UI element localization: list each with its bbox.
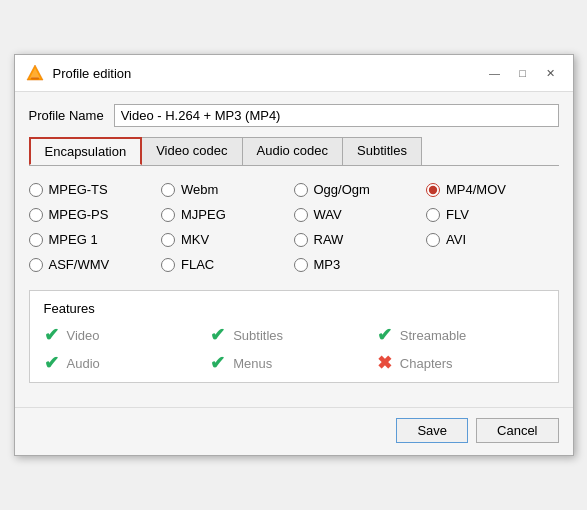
save-button[interactable]: Save bbox=[396, 418, 468, 443]
check-icon: ✔ bbox=[377, 326, 392, 344]
title-bar: Profile edition — □ ✕ bbox=[15, 55, 573, 92]
feature-menus: ✔ Menus bbox=[210, 354, 377, 372]
profile-name-input[interactable] bbox=[114, 104, 559, 127]
radio-flv[interactable]: FLV bbox=[426, 207, 559, 222]
radio-mpeg-ts[interactable]: MPEG-TS bbox=[29, 182, 162, 197]
check-icon: ✔ bbox=[210, 326, 225, 344]
check-icon: ✔ bbox=[210, 354, 225, 372]
tab-subtitles[interactable]: Subtitles bbox=[342, 137, 422, 165]
radio-avi[interactable]: AVI bbox=[426, 232, 559, 247]
features-box: Features ✔ Video ✔ Subtitles ✔ Streamabl… bbox=[29, 290, 559, 383]
feature-label-chapters: Chapters bbox=[400, 356, 453, 371]
features-title: Features bbox=[44, 301, 544, 316]
cross-icon: ✖ bbox=[377, 354, 392, 372]
vlc-icon bbox=[25, 63, 45, 83]
close-button[interactable]: ✕ bbox=[539, 63, 563, 83]
feature-video: ✔ Video bbox=[44, 326, 211, 344]
feature-audio: ✔ Audio bbox=[44, 354, 211, 372]
radio-ogg-ogm[interactable]: Ogg/Ogm bbox=[294, 182, 427, 197]
feature-label-subtitles: Subtitles bbox=[233, 328, 283, 343]
feature-subtitles: ✔ Subtitles bbox=[210, 326, 377, 344]
check-icon: ✔ bbox=[44, 326, 59, 344]
minimize-button[interactable]: — bbox=[483, 63, 507, 83]
tab-audio-codec[interactable]: Audio codec bbox=[242, 137, 344, 165]
radio-flac[interactable]: FLAC bbox=[161, 257, 294, 272]
dialog-window: Profile edition — □ ✕ Profile Name Encap… bbox=[14, 54, 574, 456]
radio-mp4-mov[interactable]: MP4/MOV bbox=[426, 182, 559, 197]
radio-webm[interactable]: Webm bbox=[161, 182, 294, 197]
radio-mp3[interactable]: MP3 bbox=[294, 257, 427, 272]
dialog-content: Profile Name Encapsulation Video codec A… bbox=[15, 92, 573, 395]
window-title: Profile edition bbox=[53, 66, 132, 81]
feature-streamable: ✔ Streamable bbox=[377, 326, 544, 344]
radio-raw[interactable]: RAW bbox=[294, 232, 427, 247]
radio-mpeg-ps[interactable]: MPEG-PS bbox=[29, 207, 162, 222]
feature-chapters: ✖ Chapters bbox=[377, 354, 544, 372]
encapsulation-options: MPEG-TS Webm Ogg/Ogm MP4/MOV MPEG-PS MJP… bbox=[29, 178, 559, 276]
features-grid: ✔ Video ✔ Subtitles ✔ Streamable ✔ Audio… bbox=[44, 326, 544, 372]
tab-bar: Encapsulation Video codec Audio codec Su… bbox=[29, 137, 559, 166]
profile-name-row: Profile Name bbox=[29, 104, 559, 127]
feature-label-audio: Audio bbox=[67, 356, 100, 371]
profile-name-label: Profile Name bbox=[29, 108, 104, 123]
tab-encapsulation[interactable]: Encapsulation bbox=[29, 137, 143, 165]
radio-wav[interactable]: WAV bbox=[294, 207, 427, 222]
window-controls: — □ ✕ bbox=[483, 63, 563, 83]
cancel-button[interactable]: Cancel bbox=[476, 418, 558, 443]
check-icon: ✔ bbox=[44, 354, 59, 372]
radio-mkv[interactable]: MKV bbox=[161, 232, 294, 247]
dialog-footer: Save Cancel bbox=[15, 407, 573, 455]
radio-mpeg1[interactable]: MPEG 1 bbox=[29, 232, 162, 247]
radio-mjpeg[interactable]: MJPEG bbox=[161, 207, 294, 222]
radio-asf-wmv[interactable]: ASF/WMV bbox=[29, 257, 162, 272]
tab-video-codec[interactable]: Video codec bbox=[141, 137, 242, 165]
feature-label-menus: Menus bbox=[233, 356, 272, 371]
maximize-button[interactable]: □ bbox=[511, 63, 535, 83]
feature-label-video: Video bbox=[67, 328, 100, 343]
feature-label-streamable: Streamable bbox=[400, 328, 466, 343]
